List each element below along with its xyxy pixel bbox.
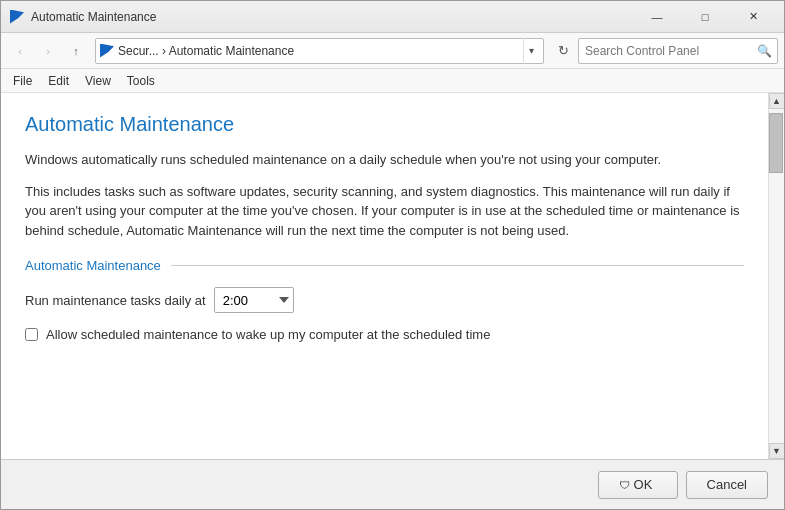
search-box: 🔍 xyxy=(578,38,778,64)
shield-icon: 🛡 xyxy=(619,479,630,491)
search-input[interactable] xyxy=(579,39,751,63)
content-area: Automatic Maintenance Windows automatica… xyxy=(1,93,768,459)
content-wrapper: Automatic Maintenance Windows automatica… xyxy=(1,93,784,459)
checkbox-row: Allow scheduled maintenance to wake up m… xyxy=(25,327,744,342)
address-text: Secur... › Automatic Maintenance xyxy=(118,44,523,58)
scroll-down-arrow[interactable]: ▼ xyxy=(769,443,785,459)
divider-line xyxy=(171,265,744,266)
menu-edit[interactable]: Edit xyxy=(40,72,77,90)
up-button[interactable]: ↑ xyxy=(63,38,89,64)
menu-bar: File Edit View Tools xyxy=(1,69,784,93)
minimize-button[interactable]: — xyxy=(634,3,680,31)
main-window: Automatic Maintenance — □ ✕ ‹ › ↑ Secur.… xyxy=(0,0,785,510)
close-button[interactable]: ✕ xyxy=(730,3,776,31)
maximize-button[interactable]: □ xyxy=(682,3,728,31)
address-dropdown-button[interactable]: ▾ xyxy=(523,38,539,64)
title-bar: Automatic Maintenance — □ ✕ xyxy=(1,1,784,33)
address-flag-icon xyxy=(100,44,114,58)
scroll-up-arrow[interactable]: ▲ xyxy=(769,93,785,109)
search-button[interactable]: 🔍 xyxy=(751,38,777,64)
checkbox-label: Allow scheduled maintenance to wake up m… xyxy=(46,327,490,342)
breadcrumb-text: Secur... › Automatic Maintenance xyxy=(118,44,294,58)
menu-view[interactable]: View xyxy=(77,72,119,90)
scroll-track[interactable] xyxy=(769,109,784,443)
window-title: Automatic Maintenance xyxy=(31,10,634,24)
address-bar[interactable]: Secur... › Automatic Maintenance ▾ xyxy=(95,38,544,64)
window-controls: — □ ✕ xyxy=(634,3,776,31)
description-1: Windows automatically runs scheduled mai… xyxy=(25,150,744,170)
run-label: Run maintenance tasks daily at xyxy=(25,293,206,308)
section-label: Automatic Maintenance xyxy=(25,258,161,273)
forward-button[interactable]: › xyxy=(35,38,61,64)
ok-button[interactable]: 🛡 OK xyxy=(598,471,678,499)
ok-label: OK xyxy=(634,477,653,492)
app-icon xyxy=(9,9,25,25)
cancel-button[interactable]: Cancel xyxy=(686,471,768,499)
nav-bar: ‹ › ↑ Secur... › Automatic Maintenance ▾… xyxy=(1,33,784,69)
section-divider: Automatic Maintenance xyxy=(25,258,744,273)
refresh-button[interactable]: ↻ xyxy=(550,38,576,64)
page-title: Automatic Maintenance xyxy=(25,113,744,136)
scroll-thumb[interactable] xyxy=(769,113,783,173)
description-2: This includes tasks such as software upd… xyxy=(25,182,744,241)
menu-tools[interactable]: Tools xyxy=(119,72,163,90)
back-button[interactable]: ‹ xyxy=(7,38,33,64)
time-setting-row: Run maintenance tasks daily at 2:00 12:0… xyxy=(25,287,744,313)
time-dropdown[interactable]: 2:00 12:00 1:00 3:00 4:00 5:00 6:00 xyxy=(214,287,294,313)
wake-checkbox[interactable] xyxy=(25,328,38,341)
menu-file[interactable]: File xyxy=(5,72,40,90)
scrollbar: ▲ ▼ xyxy=(768,93,784,459)
bottom-bar: 🛡 OK Cancel xyxy=(1,459,784,509)
